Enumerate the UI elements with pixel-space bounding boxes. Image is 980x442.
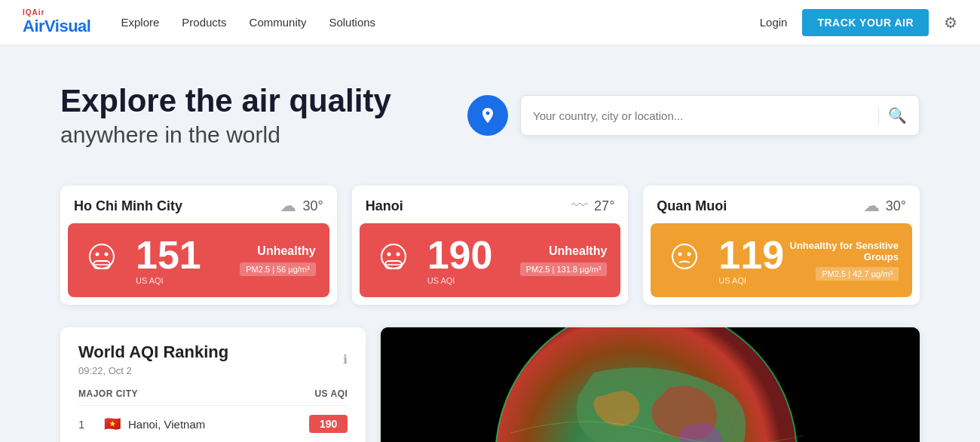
ranking-aqi-badge: 190: [309, 415, 348, 433]
svg-point-6: [387, 253, 390, 256]
search-icon[interactable]: 🔍: [888, 106, 907, 124]
country-flag: 🇻🇳: [104, 416, 121, 432]
main-nav: Explore Products Community Solutions: [121, 13, 759, 32]
header-right: Login TRACK YOUR AIR ⚙: [760, 9, 957, 36]
search-box: 🔍: [520, 95, 920, 136]
face-mask-icon: [81, 240, 122, 281]
track-your-air-button[interactable]: TRACK YOUR AIR: [802, 9, 929, 36]
info-icon[interactable]: ℹ: [343, 352, 348, 367]
wind-icon: 〰: [571, 196, 588, 216]
aqi-card-quan-muoi: Quan Muoi ☁ 30° 119 US AQI Unhealthy for…: [643, 186, 920, 305]
globe-svg: [381, 327, 920, 442]
weather-right-quan-muoi: ☁ 30°: [863, 196, 906, 216]
cloud-icon: ☁: [280, 196, 296, 216]
login-button[interactable]: Login: [760, 16, 788, 29]
location-icon: [479, 106, 497, 124]
svg-point-2: [105, 253, 109, 256]
city-name-ho-chi-minh: Ho Chi Minh City: [74, 198, 182, 214]
aqi-body-ho-chi-minh: 151 US AQI Unhealthy PM2.5 | 56 µg/m³: [68, 223, 329, 297]
aqi-body-hanoi: 190 US AQI Unhealthy PM2.5 | 131.8 µg/m³: [360, 223, 621, 297]
aqi-number-area-hanoi: 190 US AQI: [427, 235, 493, 285]
face-mask-icon-hanoi: [373, 240, 414, 281]
city-name-quan-muoi: Quan Muoi: [657, 198, 727, 214]
aqi-card-ho-chi-minh: Ho Chi Minh City ☁ 30° 151 US AQI Unheal…: [60, 186, 337, 305]
hero-section: Explore the air quality anywhere in the …: [0, 45, 980, 178]
aqi-body-quan-muoi: 119 US AQI Unhealthy for Sensitive Group…: [651, 223, 912, 297]
card-header-quan-muoi: Quan Muoi ☁ 30°: [643, 186, 920, 223]
nav-explore[interactable]: Explore: [121, 13, 159, 32]
aqi-status-quan-muoi: Unhealthy for Sensitive Groups PM2.5 | 4…: [784, 240, 899, 281]
ranking-city-label: Hanoi, Vietnam: [128, 418, 309, 431]
svg-point-7: [396, 253, 400, 256]
svg-point-10: [672, 244, 697, 269]
nav-products[interactable]: Products: [182, 13, 226, 32]
temperature-quan-muoi: 30°: [886, 198, 906, 214]
aqi-card-hanoi: Hanoi 〰 27° 190 US AQI Unhealthy PM2.5 |…: [352, 186, 629, 305]
logo: IQAir AirVisual: [23, 8, 90, 36]
aqi-unit-quan-muoi: US AQI: [718, 276, 784, 285]
hero-subtitle: anywhere in the world: [60, 122, 437, 148]
world-aqi-ranking-card: World AQI Ranking 09:22, Oct 2 ℹ MAJOR C…: [60, 327, 366, 442]
face-icon-quan-muoi: [664, 240, 705, 281]
logo-main: AirVisual: [23, 17, 90, 36]
pm-badge: PM2.5 | 56 µg/m³: [240, 262, 315, 276]
svg-point-12: [688, 253, 691, 256]
aqi-status-hanoi: Unhealthy PM2.5 | 131.8 µg/m³: [520, 244, 608, 276]
aqi-cards-section: Ho Chi Minh City ☁ 30° 151 US AQI Unheal…: [0, 178, 980, 327]
search-divider: [878, 106, 879, 124]
logo-top: IQAir: [23, 8, 90, 17]
pm-badge-quan-muoi: PM2.5 | 42.7 µg/m³: [816, 267, 899, 281]
bottom-section: World AQI Ranking 09:22, Oct 2 ℹ MAJOR C…: [0, 327, 980, 442]
search-area: 🔍: [467, 95, 920, 136]
aqi-status-area: Unhealthy PM2.5 | 56 µg/m³: [240, 244, 315, 276]
hero-title: Explore the air quality: [60, 83, 437, 119]
settings-icon[interactable]: ⚙: [944, 14, 957, 32]
aqi-unit-label: US AQI: [136, 276, 201, 285]
nav-community[interactable]: Community: [250, 13, 307, 32]
status-label: Unhealthy: [240, 244, 315, 258]
aqi-number: 151: [136, 235, 201, 275]
location-button[interactable]: [467, 95, 508, 136]
svg-point-1: [96, 253, 100, 256]
aqi-unit-hanoi: US AQI: [427, 276, 493, 285]
ranking-time: 09:22, Oct 2: [78, 365, 228, 376]
weather-right: ☁ 30°: [280, 196, 323, 216]
card-header-hanoi: Hanoi 〰 27°: [352, 186, 629, 223]
ranking-title: World AQI Ranking: [78, 342, 228, 362]
ranking-header: MAJOR CITY US AQI: [78, 376, 348, 406]
header: IQAir AirVisual Explore Products Communi…: [0, 0, 980, 45]
hero-text: Explore the air quality anywhere in the …: [60, 83, 437, 148]
col-city-header: MAJOR CITY: [78, 388, 138, 399]
search-input[interactable]: [533, 109, 869, 122]
aqi-number-quan-muoi: 119: [718, 235, 784, 275]
temperature-hanoi: 27°: [594, 198, 614, 214]
temperature: 30°: [302, 198, 323, 214]
nav-solutions[interactable]: Solutions: [329, 13, 375, 32]
city-name-hanoi: Hanoi: [366, 198, 403, 214]
aqi-number-hanoi: 190: [427, 235, 493, 275]
rank-number: 1: [78, 418, 96, 431]
card-header-ho-chi-minh: Ho Chi Minh City ☁ 30°: [60, 186, 337, 223]
ranking-row: 1 🇻🇳 Hanoi, Vietnam 190: [78, 406, 348, 442]
cloud-icon-quan-muoi: ☁: [863, 196, 880, 216]
aqi-number-area: 151 US AQI: [136, 235, 201, 285]
status-label-hanoi: Unhealthy: [520, 244, 608, 258]
globe-visualization: [381, 327, 920, 442]
col-aqi-header: US AQI: [314, 388, 348, 399]
status-label-quan-muoi: Unhealthy for Sensitive Groups: [784, 240, 899, 262]
pm-badge-hanoi: PM2.5 | 131.8 µg/m³: [520, 262, 608, 276]
aqi-number-area-quan-muoi: 119 US AQI: [718, 235, 784, 285]
weather-right-hanoi: 〰 27°: [571, 196, 614, 216]
svg-point-11: [678, 253, 682, 256]
